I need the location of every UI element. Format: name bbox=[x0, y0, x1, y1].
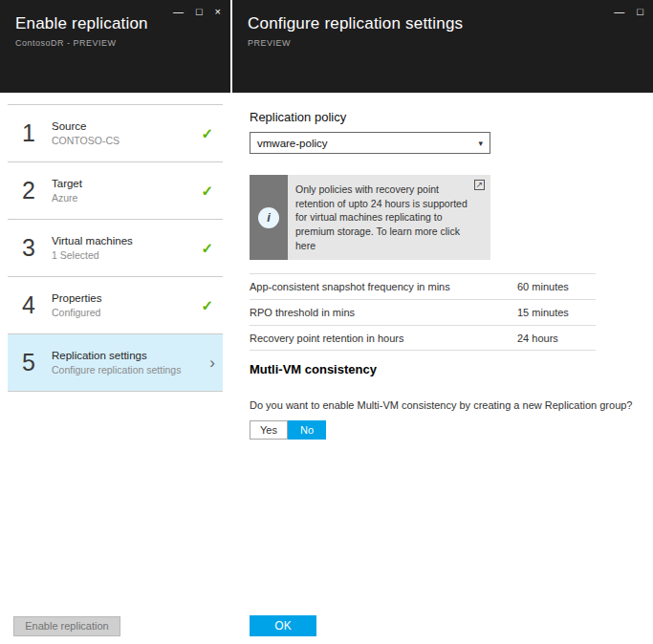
step-number: 1 bbox=[13, 119, 44, 147]
maximize-icon[interactable]: □ bbox=[637, 5, 643, 18]
no-button[interactable]: No bbox=[288, 420, 326, 440]
check-icon: ✓ bbox=[201, 240, 213, 257]
left-blade-header: Enable replication ContosoDR - PREVIEW —… bbox=[0, 0, 230, 93]
multi-vm-consistency-heading: Mutli-VM consistency bbox=[250, 362, 636, 376]
step-label: Source bbox=[52, 120, 201, 132]
right-window-controls: — □ bbox=[614, 5, 643, 18]
step-replication-settings[interactable]: 5 Replication settings Configure replica… bbox=[8, 334, 223, 392]
step-text: Virtual machines 1 Selected bbox=[44, 235, 201, 261]
step-label: Properties bbox=[52, 292, 201, 304]
step-detail: 1 Selected bbox=[52, 249, 201, 261]
step-target[interactable]: 2 Target Azure ✓ bbox=[8, 162, 223, 220]
replication-policy-dropdown[interactable]: vmware-policy ▾ bbox=[250, 132, 490, 154]
configure-replication-settings-blade: Configure replication settings PREVIEW —… bbox=[232, 0, 653, 644]
info-box: i Only policies with recovery point rete… bbox=[250, 175, 490, 260]
multi-vm-toggle: Yes No bbox=[250, 420, 636, 440]
table-row: App-consistent snapshot frequency in min… bbox=[250, 273, 596, 299]
external-link-icon[interactable]: ↗ bbox=[474, 180, 485, 190]
yes-button[interactable]: Yes bbox=[250, 420, 288, 440]
step-virtual-machines[interactable]: 3 Virtual machines 1 Selected ✓ bbox=[8, 220, 223, 277]
step-label: Replication settings bbox=[52, 350, 209, 361]
setting-value: 15 minutes bbox=[517, 307, 596, 318]
minimize-icon[interactable]: — bbox=[614, 5, 624, 18]
step-text: Target Azure bbox=[44, 178, 201, 204]
left-blade-subtitle: ContosoDR - PREVIEW bbox=[15, 38, 215, 48]
step-source[interactable]: 1 Source CONTOSO-CS ✓ bbox=[8, 105, 223, 162]
chevron-down-icon: ▾ bbox=[478, 139, 483, 148]
step-number: 4 bbox=[13, 291, 44, 319]
table-row: RPO threshold in mins 15 minutes bbox=[250, 299, 596, 325]
step-detail: CONTOSO-CS bbox=[52, 135, 201, 146]
minimize-icon[interactable]: — bbox=[173, 5, 184, 18]
step-detail: Azure bbox=[52, 192, 201, 204]
policy-settings-table: App-consistent snapshot frequency in min… bbox=[250, 273, 596, 351]
step-number: 3 bbox=[13, 234, 44, 262]
right-blade-subtitle: PREVIEW bbox=[248, 38, 638, 48]
enable-replication-blade: Enable replication ContosoDR - PREVIEW —… bbox=[0, 0, 230, 644]
info-text: Only policies with recovery point retent… bbox=[288, 175, 490, 260]
setting-label: Recovery point retention in hours bbox=[250, 333, 517, 344]
step-text: Replication settings Configure replicati… bbox=[44, 350, 209, 376]
multi-vm-consistency-question: Do you want to enable Multi-VM consisten… bbox=[250, 399, 636, 411]
check-icon: ✓ bbox=[201, 125, 213, 142]
setting-label: App-consistent snapshot frequency in min… bbox=[250, 281, 517, 292]
info-icon-panel: i bbox=[250, 175, 288, 260]
ok-button[interactable]: OK bbox=[250, 615, 316, 636]
close-icon[interactable]: × bbox=[215, 5, 221, 18]
step-text: Source CONTOSO-CS bbox=[44, 120, 201, 146]
step-label: Virtual machines bbox=[52, 235, 201, 247]
check-icon: ✓ bbox=[201, 182, 213, 200]
right-blade-header: Configure replication settings PREVIEW —… bbox=[232, 0, 653, 93]
check-icon: ✓ bbox=[201, 297, 213, 314]
step-detail: Configure replication settings bbox=[52, 364, 209, 376]
step-number: 2 bbox=[13, 177, 44, 204]
right-blade-title: Configure replication settings bbox=[248, 14, 638, 33]
info-icon: i bbox=[258, 207, 279, 228]
step-properties[interactable]: 4 Properties Configured ✓ bbox=[8, 277, 223, 334]
enable-replication-button[interactable]: Enable replication bbox=[13, 616, 120, 636]
step-detail: Configured bbox=[52, 307, 201, 318]
setting-label: RPO threshold in mins bbox=[250, 307, 517, 318]
step-number: 5 bbox=[13, 349, 44, 376]
step-text: Properties Configured bbox=[44, 292, 201, 318]
setting-value: 24 hours bbox=[517, 333, 596, 344]
step-label: Target bbox=[52, 178, 201, 189]
table-row: Recovery point retention in hours 24 hou… bbox=[250, 325, 596, 351]
wizard-steps: 1 Source CONTOSO-CS ✓ 2 Target Azure ✓ 3… bbox=[8, 104, 223, 392]
left-window-controls: — □ × bbox=[173, 5, 221, 18]
setting-value: 60 minutes bbox=[517, 281, 596, 292]
replication-policy-label: Replication policy bbox=[250, 110, 636, 124]
right-blade-content: Replication policy vmware-policy ▾ i Onl… bbox=[232, 93, 653, 457]
replication-policy-value: vmware-policy bbox=[257, 138, 328, 149]
chevron-right-icon: › bbox=[209, 354, 215, 373]
maximize-icon[interactable]: □ bbox=[196, 5, 203, 18]
